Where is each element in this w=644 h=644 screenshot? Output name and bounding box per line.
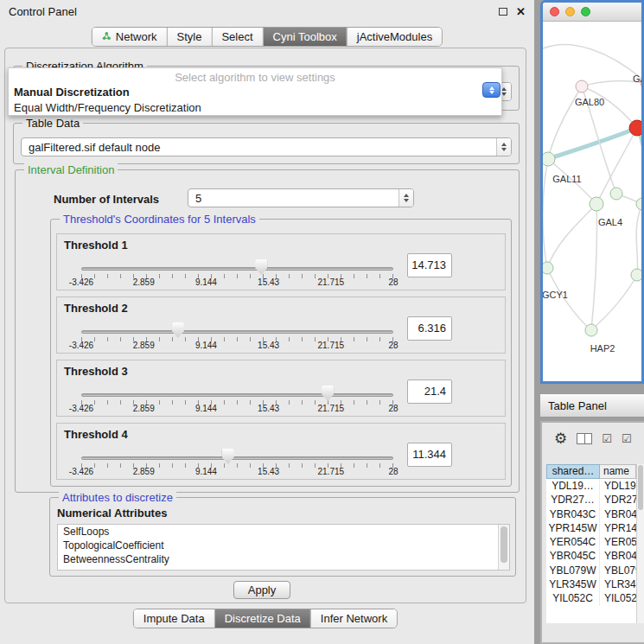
cell-name: YBR045C xyxy=(600,549,636,563)
table-toolbar: ⚙ ☑ ☑ xyxy=(542,423,644,454)
threshold-panel-4: Threshold 4-3.4262.8599.14415.4321.71528… xyxy=(56,423,506,480)
close-traffic-light-icon[interactable] xyxy=(550,7,559,16)
table-row[interactable]: YLR345WYLR345W xyxy=(546,577,636,591)
attributes-legend: Attributes to discretize xyxy=(59,491,176,504)
attributes-group: Attributes to discretize Numerical Attri… xyxy=(49,497,516,577)
network-edge[interactable] xyxy=(548,128,637,159)
network-edge[interactable] xyxy=(582,86,637,128)
interval-definition-legend: Interval Definition xyxy=(24,163,118,176)
network-edge[interactable] xyxy=(543,159,548,268)
number-of-intervals-combobox[interactable]: 5 xyxy=(188,188,414,207)
attribute-item[interactable]: TopologicalCoefficient xyxy=(58,539,509,552)
cell-shared-name: YDL19… xyxy=(546,479,600,493)
table-row[interactable]: YER054CYER054C xyxy=(546,535,636,549)
tab-jactivemodules[interactable]: jActiveModules xyxy=(347,28,442,46)
scale-label: 15.43 xyxy=(258,404,279,413)
slider-thumb[interactable] xyxy=(322,386,334,401)
columns-icon[interactable] xyxy=(577,433,592,444)
tab-label: Infer Network xyxy=(321,612,387,625)
scrollbar-thumb[interactable] xyxy=(501,526,507,563)
table-data-group: Table Data galFiltered.sif default node xyxy=(13,123,520,164)
network-node[interactable] xyxy=(543,262,553,274)
network-window-titlebar[interactable] xyxy=(543,3,641,22)
tab-style[interactable]: Style xyxy=(167,28,212,46)
network-node[interactable] xyxy=(590,197,603,211)
slider-thumb[interactable] xyxy=(172,322,184,338)
threshold-value-field[interactable]: 21.4 xyxy=(407,379,452,404)
slider-thumb[interactable] xyxy=(222,449,234,464)
tab-discretize-data[interactable]: Discretize Data xyxy=(214,609,310,628)
dropdown-hint-text: Select algorithm to view settings xyxy=(9,71,501,85)
cyni-toolbox-panel: Discretization Algorithm Select algorith… xyxy=(4,48,526,603)
threshold-value-field[interactable]: 6.316 xyxy=(407,316,452,341)
slider-track[interactable] xyxy=(81,456,393,460)
table-row[interactable]: YBL079WYBL079W xyxy=(546,564,636,577)
network-node[interactable] xyxy=(636,198,641,210)
table-row[interactable]: YPR145WYPR145W xyxy=(546,521,636,535)
network-edge[interactable] xyxy=(591,275,637,330)
thresholds-group: Threshold's Coordinates for 5 Intervals … xyxy=(50,219,512,487)
slider-track[interactable] xyxy=(81,267,393,271)
dropdown-option-manual-discretization[interactable]: Manual Discretization xyxy=(9,85,501,100)
threshold-label: Threshold 2 xyxy=(64,302,128,315)
network-edge[interactable] xyxy=(547,204,596,268)
scale-label: 15.43 xyxy=(258,341,279,350)
node-label: GA xyxy=(633,73,641,84)
cell-name: YER054C xyxy=(600,535,636,549)
zoom-traffic-light-icon[interactable] xyxy=(581,7,590,16)
network-edge[interactable] xyxy=(637,128,641,204)
checkbox-icon[interactable]: ☑ xyxy=(622,433,632,444)
tab-impute-data[interactable]: Impute Data xyxy=(134,609,214,628)
scale-label: -3.426 xyxy=(69,404,93,413)
threshold-value-field[interactable]: 11.344 xyxy=(407,443,452,467)
checkbox-icon[interactable]: ☑ xyxy=(602,433,612,444)
network-edge[interactable] xyxy=(591,204,597,330)
table-row[interactable]: YBR043CYBR043C xyxy=(546,507,636,521)
slider-thumb[interactable] xyxy=(255,259,267,275)
tab-label: Impute Data xyxy=(143,612,205,625)
slider-track[interactable] xyxy=(81,393,393,397)
window-buttons: ✕ xyxy=(499,6,526,17)
network-node-selected[interactable] xyxy=(629,120,641,136)
float-window-icon[interactable] xyxy=(499,8,507,16)
column-header-shared-name[interactable]: shared… xyxy=(546,464,600,479)
slider-track[interactable] xyxy=(81,330,393,334)
table-data-combobox[interactable]: galFiltered.sif default node xyxy=(21,137,512,156)
node-label: GAL11 xyxy=(552,174,581,184)
attribute-item[interactable]: BetweennessCentrality xyxy=(58,552,509,566)
table-row[interactable]: YBR045CYBR045C xyxy=(546,549,636,563)
network-node[interactable] xyxy=(585,324,597,336)
bottom-tabbar: Impute DataDiscretize DataInfer Network xyxy=(133,609,398,628)
close-icon[interactable]: ✕ xyxy=(516,6,526,17)
table-row[interactable]: YIL052CYIL052C xyxy=(546,591,636,605)
network-node[interactable] xyxy=(610,188,622,200)
attributes-listbox[interactable]: SelfLoopsTopologicalCoefficientBetweenne… xyxy=(57,524,510,571)
scrollbar-thumb[interactable] xyxy=(638,465,643,510)
tab-cyni-toolbox[interactable]: Cyni Toolbox xyxy=(263,28,347,46)
network-canvas[interactable]: GAL80GAGAL11GAL4GCY1HAP2H xyxy=(543,22,641,380)
tab-select[interactable]: Select xyxy=(211,28,262,46)
tab-network[interactable]: Network xyxy=(92,28,167,46)
combobox-stepper-button[interactable] xyxy=(482,82,501,98)
apply-button[interactable]: Apply xyxy=(233,581,290,599)
gear-icon[interactable]: ⚙ xyxy=(554,431,567,446)
network-edge[interactable] xyxy=(543,45,641,83)
network-node[interactable] xyxy=(576,80,588,92)
minimize-traffic-light-icon[interactable] xyxy=(565,7,575,16)
table-row[interactable]: YDL19…YDL19… xyxy=(546,479,636,493)
scale-label: 21.715 xyxy=(318,277,345,287)
network-node[interactable] xyxy=(631,269,641,281)
thresholds-legend: Threshold's Coordinates for 5 Intervals xyxy=(60,213,259,226)
cell-name: YDR27… xyxy=(600,493,636,507)
column-header-name[interactable]: name xyxy=(600,464,636,479)
table-row[interactable]: YDR27…YDR27… xyxy=(546,493,636,507)
attributes-scrollbar[interactable] xyxy=(498,525,509,570)
attribute-item[interactable]: SelfLoops xyxy=(58,525,509,539)
network-edge[interactable] xyxy=(636,204,641,275)
table-scrollbar[interactable] xyxy=(636,464,644,623)
threshold-value-field[interactable]: 14.713 xyxy=(407,253,452,277)
tab-infer-network[interactable]: Infer Network xyxy=(310,609,397,628)
table-panel-header[interactable]: Table Panel xyxy=(540,393,644,418)
network-node[interactable] xyxy=(543,152,555,166)
dropdown-option-equal-width-frequency[interactable]: Equal Width/Frequency Discretization xyxy=(9,100,501,116)
